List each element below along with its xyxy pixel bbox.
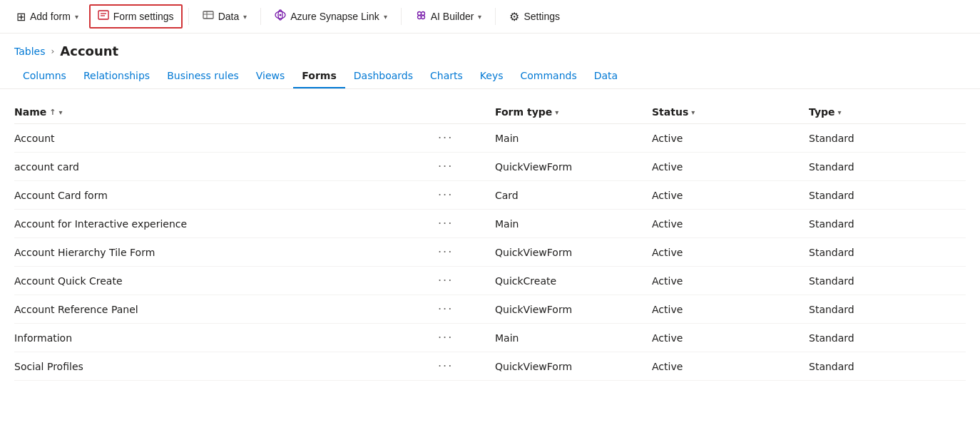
row-formtype: Main	[495, 332, 652, 344]
row-name: account card	[14, 161, 438, 173]
row-formtype: QuickViewForm	[495, 247, 652, 258]
add-form-chevron-icon: ▾	[75, 13, 78, 21]
form-settings-button[interactable]: Form settings	[89, 4, 183, 29]
col-header-type[interactable]: Type ▾	[809, 106, 966, 118]
col-name-chevron-icon: ▾	[58, 108, 62, 116]
row-more-button[interactable]: ···	[438, 245, 495, 259]
ai-builder-chevron-icon: ▾	[478, 13, 481, 21]
toolbar: ⊞ Add form ▾ Form settings Data ▾	[0, 0, 980, 34]
azure-synapse-button[interactable]: Azure Synapse Link ▾	[267, 5, 395, 28]
row-type: Standard	[809, 247, 966, 258]
row-more-button[interactable]: ···	[438, 302, 495, 316]
row-formtype: QuickViewForm	[495, 161, 652, 173]
row-name: Account Quick Create	[14, 275, 438, 287]
ai-builder-icon	[415, 9, 427, 24]
col-header-formtype[interactable]: Form type ▾	[495, 106, 652, 118]
tab-dashboards[interactable]: Dashboards	[345, 64, 422, 88]
tab-business-rules[interactable]: Business rules	[158, 64, 247, 88]
row-more-button[interactable]: ···	[438, 217, 495, 230]
toolbar-divider-1	[188, 8, 189, 25]
row-name: Account Card form	[14, 190, 438, 201]
tab-views[interactable]: Views	[247, 64, 294, 88]
row-type: Standard	[809, 190, 966, 201]
row-status: Active	[652, 332, 809, 344]
settings-label: Settings	[524, 11, 560, 22]
breadcrumb: Tables › Account	[0, 34, 980, 64]
breadcrumb-current: Account	[60, 44, 118, 58]
row-name: Account Reference Panel	[14, 304, 438, 315]
row-status: Active	[652, 133, 809, 144]
col-header-name[interactable]: Name ↑ ▾	[14, 106, 438, 118]
tab-columns[interactable]: Columns	[14, 64, 75, 88]
table-row: account card ··· QuickViewForm Active St…	[14, 153, 966, 181]
sort-asc-icon: ↑	[49, 108, 56, 117]
table-row: Account ··· Main Active Standard	[14, 124, 966, 153]
azure-synapse-label: Azure Synapse Link	[290, 11, 379, 22]
row-type: Standard	[809, 161, 966, 173]
row-formtype: Card	[495, 190, 652, 201]
data-label: Data	[218, 11, 240, 22]
row-status: Active	[652, 161, 809, 173]
tab-relationships[interactable]: Relationships	[75, 64, 158, 88]
table-row: Information ··· Main Active Standard	[14, 324, 966, 352]
settings-icon: ⚙	[509, 10, 519, 24]
azure-synapse-chevron-icon: ▾	[384, 13, 387, 21]
svg-point-11	[417, 16, 421, 19]
toolbar-divider-2	[260, 8, 261, 25]
breadcrumb-separator: ›	[51, 46, 55, 56]
tab-commands[interactable]: Commands	[512, 64, 586, 88]
data-chevron-icon: ▾	[243, 13, 247, 21]
ai-builder-button[interactable]: AI Builder ▾	[407, 5, 490, 28]
row-formtype: QuickViewForm	[495, 361, 652, 372]
row-more-button[interactable]: ···	[438, 160, 495, 173]
col-type-chevron-icon: ▾	[838, 108, 842, 116]
tab-forms[interactable]: Forms	[293, 64, 344, 88]
table-area: Name ↑ ▾ Form type ▾ Status ▾ Type ▾ Acc…	[0, 89, 980, 381]
add-form-button[interactable]: ⊞ Add form ▾	[9, 6, 86, 28]
nav-tabs: Columns Relationships Business rules Vie…	[0, 64, 980, 89]
tab-charts[interactable]: Charts	[422, 64, 471, 88]
row-formtype: Main	[495, 218, 652, 230]
table-row: Account Card form ··· Card Active Standa…	[14, 181, 966, 210]
row-status: Active	[652, 361, 809, 372]
form-settings-icon	[98, 9, 109, 24]
col-header-status[interactable]: Status ▾	[652, 106, 809, 118]
row-more-button[interactable]: ···	[438, 131, 495, 145]
data-button[interactable]: Data ▾	[195, 5, 255, 28]
svg-point-12	[421, 16, 424, 19]
form-settings-label: Form settings	[113, 11, 174, 22]
table-row: Account for Interactive experience ··· M…	[14, 210, 966, 238]
row-name: Account for Interactive experience	[14, 218, 438, 230]
row-status: Active	[652, 190, 809, 201]
col-formtype-label: Form type	[495, 106, 552, 118]
tab-data[interactable]: Data	[586, 64, 626, 88]
row-name: Account	[14, 133, 438, 144]
ai-builder-label: AI Builder	[431, 11, 474, 22]
table-row: Account Quick Create ··· QuickCreate Act…	[14, 267, 966, 295]
breadcrumb-tables-link[interactable]: Tables	[14, 46, 46, 57]
row-status: Active	[652, 247, 809, 258]
svg-point-10	[421, 12, 424, 16]
col-name-label: Name	[14, 106, 46, 118]
add-form-label: Add form	[30, 11, 71, 22]
svg-point-9	[417, 12, 421, 16]
row-status: Active	[652, 275, 809, 287]
row-more-button[interactable]: ···	[438, 331, 495, 344]
table-row: Social Profiles ··· QuickViewForm Active…	[14, 352, 966, 381]
azure-synapse-icon	[275, 9, 286, 24]
row-type: Standard	[809, 133, 966, 144]
row-type: Standard	[809, 218, 966, 230]
settings-button[interactable]: ⚙ Settings	[501, 6, 568, 28]
svg-rect-3	[203, 11, 213, 19]
row-formtype: QuickViewForm	[495, 304, 652, 315]
row-formtype: QuickCreate	[495, 275, 652, 287]
row-more-button[interactable]: ···	[438, 188, 495, 202]
col-status-chevron-icon: ▾	[691, 108, 695, 116]
col-status-label: Status	[652, 106, 688, 118]
data-icon	[203, 9, 214, 24]
row-more-button[interactable]: ···	[438, 359, 495, 373]
col-formtype-chevron-icon: ▾	[555, 108, 558, 116]
row-more-button[interactable]: ···	[438, 274, 495, 287]
col-type-label: Type	[809, 106, 835, 118]
tab-keys[interactable]: Keys	[471, 64, 512, 88]
